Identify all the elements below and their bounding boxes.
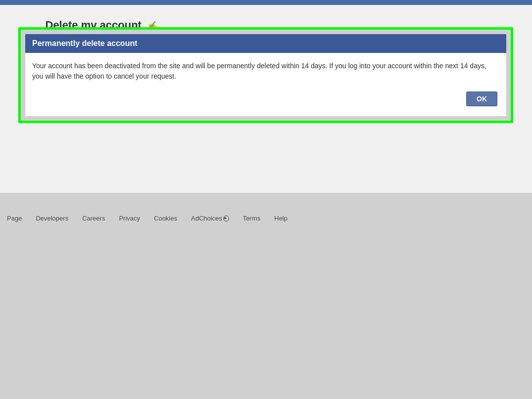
footer-link-developers[interactable]: Developers <box>36 215 68 222</box>
footer-link-careers[interactable]: Careers <box>82 215 105 222</box>
dialog-title: Permanently delete account <box>32 39 138 47</box>
footer: Page Developers Careers Privacy Cookies … <box>0 205 532 231</box>
footer-link-help[interactable]: Help <box>274 215 288 222</box>
footer-link-cookies[interactable]: Cookies <box>154 215 177 222</box>
footer-link-privacy[interactable]: Privacy <box>119 215 140 222</box>
dialog-message: Your account has been deactivated from t… <box>32 61 499 82</box>
top-bar <box>0 0 532 5</box>
dialog-box: Permanently delete account Your account … <box>25 34 507 117</box>
dialog-body: Your account has been deactivated from t… <box>25 53 506 116</box>
footer-link-page[interactable]: Page <box>7 215 22 222</box>
adchoices-icon <box>223 216 229 222</box>
dialog-ok-row: OK <box>32 91 499 106</box>
ok-button[interactable]: OK <box>466 91 497 106</box>
dialog-highlight-border: Permanently delete account Your account … <box>18 27 513 123</box>
dialog-title-bar: Permanently delete account <box>25 34 506 53</box>
footer-link-adchoices[interactable]: AdChoices <box>191 215 229 222</box>
footer-link-terms[interactable]: Terms <box>243 215 260 222</box>
